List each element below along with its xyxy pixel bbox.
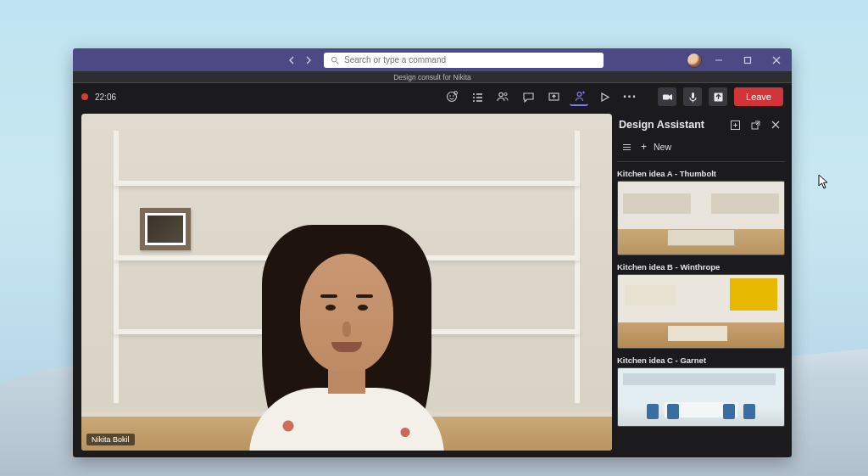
mouse-cursor: [818, 174, 830, 193]
panel-close-button[interactable]: [768, 117, 783, 132]
card-label: Kitchen idea B - Winthrope: [617, 262, 785, 272]
meeting-title-bar: Design consult for Nikita: [73, 71, 792, 83]
design-card[interactable]: Kitchen idea A - Thumbolt: [617, 169, 785, 255]
panel-menu-button[interactable]: [619, 139, 634, 154]
search-icon: [331, 56, 339, 64]
card-label: Kitchen idea A - Thumbolt: [617, 169, 785, 178]
svg-point-8: [453, 95, 454, 97]
share-screen-button[interactable]: [544, 87, 563, 106]
more-actions-button[interactable]: ···: [620, 87, 639, 106]
svg-point-12: [473, 97, 475, 98]
leave-button[interactable]: Leave: [734, 87, 783, 106]
meeting-body: 22:06 ···: [73, 83, 792, 457]
svg-point-19: [577, 92, 581, 96]
mic-button[interactable]: [683, 87, 702, 106]
svg-point-0: [331, 57, 337, 62]
design-card[interactable]: Kitchen idea B - Winthrope: [617, 262, 785, 349]
svg-point-7: [449, 95, 451, 97]
panel-title: Design Assistant: [619, 119, 722, 131]
recording-indicator-icon: [81, 93, 88, 100]
nav-forward-button[interactable]: [300, 48, 315, 71]
share-tray-button[interactable]: [709, 87, 727, 106]
side-panel: Design Assistant + New: [617, 114, 785, 451]
participant-figure: [228, 225, 465, 451]
apps-button[interactable]: [570, 87, 588, 106]
svg-rect-3: [745, 57, 751, 63]
people-button[interactable]: [493, 87, 512, 106]
search-box[interactable]: [324, 53, 604, 68]
svg-rect-23: [692, 92, 694, 98]
reactions-button[interactable]: [442, 87, 461, 106]
panel-new-button[interactable]: New: [654, 142, 671, 152]
card-thumbnail: [617, 274, 785, 349]
user-avatar[interactable]: [687, 53, 702, 68]
plus-icon: +: [641, 141, 647, 153]
panel-add-tab-button[interactable]: [727, 117, 743, 132]
panel-popout-button[interactable]: [748, 117, 763, 132]
video-participant[interactable]: Nikita Bokil: [81, 114, 612, 451]
participant-name-tag: Nikita Bokil: [86, 434, 135, 445]
svg-point-16: [499, 92, 503, 96]
app-window: Design consult for Nikita 22:06: [73, 48, 792, 457]
svg-point-6: [448, 92, 457, 102]
design-card[interactable]: Kitchen idea C - Garnet: [617, 356, 785, 427]
window-close-button[interactable]: [765, 48, 788, 71]
list-button[interactable]: [468, 87, 487, 106]
svg-point-17: [504, 92, 507, 95]
meeting-title: Design consult for Nikita: [393, 73, 471, 81]
chat-button[interactable]: [519, 87, 537, 106]
card-label: Kitchen idea C - Garnet: [617, 356, 785, 365]
card-thumbnail: [617, 181, 785, 255]
svg-point-10: [473, 93, 475, 95]
card-thumbnail: [617, 367, 785, 427]
camera-button[interactable]: [658, 87, 676, 106]
search-input[interactable]: [344, 55, 597, 64]
window-maximize-button[interactable]: [736, 48, 760, 71]
svg-point-14: [473, 100, 475, 102]
recording-time: 22:06: [95, 92, 116, 102]
svg-rect-22: [663, 94, 669, 99]
nav-back-button[interactable]: [285, 48, 300, 71]
window-minimize-button[interactable]: [707, 48, 731, 71]
stream-button[interactable]: [595, 87, 614, 106]
meeting-toolbar: 22:06 ···: [73, 83, 792, 110]
svg-line-1: [337, 61, 339, 64]
titlebar: [73, 48, 792, 71]
